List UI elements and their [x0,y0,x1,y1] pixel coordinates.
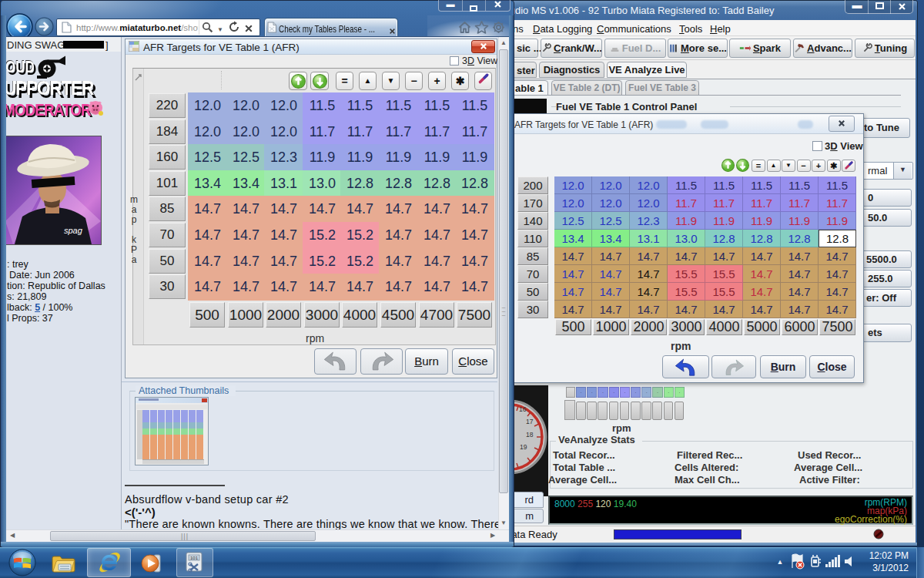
svg-text:18: 18 [526,431,534,439]
svg-text:16: 16 [519,405,527,413]
svg-text:spag: spag [64,226,83,235]
svg-text:101: 101 [190,556,199,560]
svg-text:19: 19 [520,443,527,451]
svg-text:17: 17 [526,418,534,425]
